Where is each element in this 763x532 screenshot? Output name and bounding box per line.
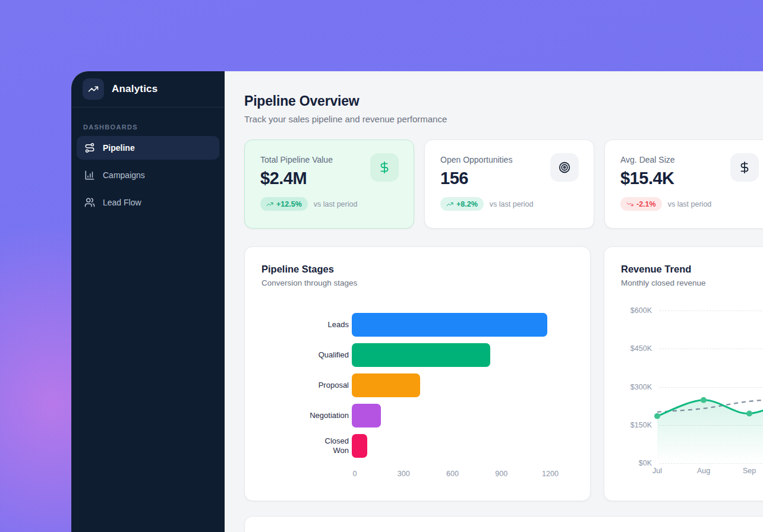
trend-dashed-line — [657, 398, 763, 412]
pipeline-stages-title: Pipeline Stages — [261, 263, 573, 275]
gridline — [659, 425, 763, 426]
users-icon — [84, 197, 95, 208]
compare-label: vs last period — [668, 200, 712, 208]
bar-row-negotiation: Negotiation — [261, 404, 573, 428]
data-point-aug — [701, 397, 707, 403]
app-window: Analytics DASHBOARDS PipelineCampaignsLe… — [71, 71, 763, 532]
x-axis-tick: 0 — [353, 470, 357, 478]
kpi-card-total-pipeline-value: Total Pipeline Value$2.4M+12.5%vs last p… — [244, 140, 414, 229]
kpi-footer: +8.2%vs last period — [440, 197, 578, 211]
brand: Analytics — [71, 71, 225, 107]
kpi-footer: +12.5%vs last period — [260, 197, 398, 211]
revenue-trend-subtitle: Monthly closed revenue — [621, 278, 763, 289]
sidebar-item-label: Lead Flow — [103, 198, 141, 207]
sidebar-item-label: Pipeline — [103, 143, 135, 153]
bar-leads — [352, 313, 547, 337]
gridline — [659, 311, 763, 311]
revenue-area — [657, 396, 763, 464]
change-badge: -2.1% — [620, 197, 662, 211]
analytics-logo-icon — [83, 78, 104, 100]
trending-down-icon — [626, 201, 633, 208]
bar-category-label: Proposal — [261, 381, 349, 390]
revenue-line — [657, 396, 763, 416]
bar-negotiation — [352, 404, 381, 428]
revenue-trend-plot — [604, 303, 763, 481]
pipeline-stages-card: Pipeline Stages Conversion through stage… — [244, 246, 591, 501]
bar-row-closed-won: Closed Won — [261, 434, 573, 458]
kpi-footer: -2.1%vs last period — [620, 197, 758, 211]
kpi-row: Total Pipeline Value$2.4M+12.5%vs last p… — [244, 140, 763, 229]
gridline — [659, 387, 763, 388]
partially-visible-card — [244, 516, 763, 532]
data-point-jul — [654, 413, 660, 419]
revenue-trend-title: Revenue Trend — [621, 263, 763, 275]
pipeline-stages-x-axis: 03006009001200 — [352, 470, 573, 479]
compare-label: vs last period — [490, 200, 534, 208]
gridline — [659, 349, 763, 349]
sidebar: Analytics DASHBOARDS PipelineCampaignsLe… — [71, 71, 225, 532]
trending-up-icon — [266, 201, 273, 208]
bar-qualified — [352, 343, 490, 367]
main-content: Pipeline Overview Track your sales pipel… — [225, 71, 763, 532]
target-icon — [550, 153, 579, 182]
sidebar-item-label: Campaigns — [103, 170, 145, 180]
change-value: +12.5% — [276, 200, 302, 208]
x-axis-tick: Aug — [697, 467, 710, 475]
dollar-icon — [730, 153, 759, 182]
trending-up-icon — [446, 201, 453, 208]
bar-proposal — [352, 373, 420, 397]
charts-row: Pipeline Stages Conversion through stage… — [244, 246, 763, 501]
compare-label: vs last period — [314, 200, 358, 208]
y-axis-tick: $0K — [604, 459, 652, 467]
y-axis-tick: $150K — [604, 421, 652, 429]
bar-row-qualified: Qualified — [261, 343, 573, 367]
bar-category-label: Qualified — [261, 350, 349, 360]
sidebar-nav: PipelineCampaignsLead Flow — [71, 136, 225, 214]
page-title: Pipeline Overview — [244, 93, 763, 109]
change-badge: +8.2% — [440, 197, 484, 211]
change-badge: +12.5% — [260, 197, 308, 211]
dollar-icon — [370, 153, 399, 182]
bar-track — [352, 343, 573, 367]
x-axis-tick: Jul — [652, 467, 662, 475]
bar-row-proposal: Proposal — [261, 373, 573, 397]
bar-chart-icon — [84, 170, 95, 180]
bar-track — [352, 373, 573, 397]
kpi-card-avg.-deal-size: Avg. Deal Size$15.4K-2.1%vs last period — [604, 140, 763, 229]
pipeline-stages-subtitle: Conversion through stages — [261, 278, 573, 289]
sidebar-section-label: DASHBOARDS — [83, 124, 213, 131]
y-axis-tick: $300K — [604, 383, 652, 391]
x-axis-tick: 300 — [398, 470, 410, 478]
bar-category-label: Closed Won — [261, 436, 349, 455]
bar-track — [352, 404, 573, 428]
x-axis-tick: Sep — [743, 467, 756, 475]
bar-category-label: Leads — [261, 320, 349, 330]
revenue-trend-card: Revenue Trend Monthly closed revenue $60… — [604, 246, 763, 501]
x-axis-tick: 600 — [446, 470, 459, 478]
revenue-trend-line-chart: $600K$450K$300K$150K$0KJulAugSep — [604, 303, 763, 481]
gridline — [659, 463, 763, 464]
bar-category-label: Negotiation — [261, 411, 349, 420]
bar-row-leads: Leads — [261, 313, 573, 337]
change-value: +8.2% — [456, 200, 478, 208]
sidebar-item-pipeline[interactable]: Pipeline — [77, 136, 219, 160]
bar-closed-won — [352, 434, 367, 458]
route-icon — [84, 142, 95, 153]
kpi-card-open-opportunities: Open Opportunities156+8.2%vs last period — [424, 140, 594, 229]
y-axis-tick: $450K — [604, 344, 652, 353]
brand-name: Analytics — [112, 83, 157, 95]
y-axis-tick: $600K — [604, 306, 652, 315]
sidebar-item-campaigns[interactable]: Campaigns — [77, 163, 219, 187]
sidebar-item-lead-flow[interactable]: Lead Flow — [77, 191, 219, 214]
bar-track — [352, 313, 573, 337]
bar-track — [352, 434, 573, 458]
pipeline-stages-bar-chart: LeadsQualifiedProposalNegotiationClosed … — [261, 313, 573, 458]
change-value: -2.1% — [636, 200, 656, 208]
page-subtitle: Track your sales pipeline and revenue pe… — [244, 114, 763, 125]
x-axis-tick: 900 — [495, 470, 507, 478]
data-point-sep — [746, 411, 752, 417]
x-axis-tick: 1200 — [542, 470, 559, 478]
